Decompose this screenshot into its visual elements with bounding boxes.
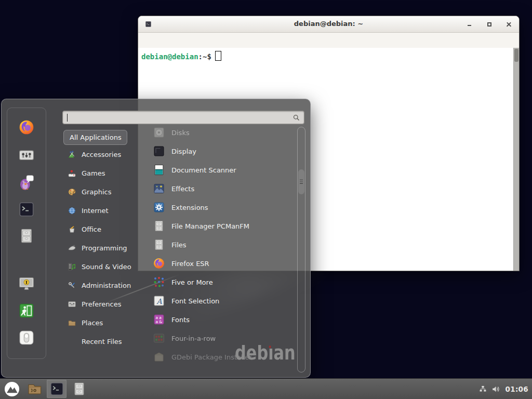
- category-item[interactable]: Preferences: [63, 295, 142, 313]
- category-item[interactable]: Programming: [63, 238, 142, 257]
- category-item[interactable]: Accessories: [63, 145, 142, 164]
- terminal-menubar: [138, 33, 519, 48]
- app-item[interactable]: Fonts: [148, 310, 296, 329]
- menu-button-icon: [4, 381, 20, 397]
- app-item[interactable]: Disks: [148, 123, 296, 142]
- app-item[interactable]: Display: [148, 142, 296, 161]
- terminal-window-icon: [49, 381, 64, 396]
- app-list-scrollbar-thumb[interactable]: [298, 169, 304, 194]
- terminal-scrollbar-thumb[interactable]: [514, 49, 518, 62]
- lock-screen-icon: [18, 275, 35, 292]
- search-box[interactable]: [62, 111, 304, 124]
- firefox-icon: [153, 257, 165, 270]
- pcmanfm-folder-icon: [27, 381, 42, 396]
- prefs-icon: [68, 300, 76, 309]
- text-caret: [67, 114, 68, 122]
- app-list-scrollbar[interactable]: [297, 127, 305, 373]
- soundvideo-icon: [68, 262, 76, 271]
- favorite-item[interactable]: [18, 146, 35, 164]
- app-item[interactable]: Extensions: [148, 198, 296, 217]
- app-item[interactable]: Five or More: [148, 273, 296, 291]
- accessories-icon: [68, 150, 76, 159]
- admin-icon: [68, 281, 76, 290]
- app-item[interactable]: Font Selection: [148, 291, 296, 310]
- shutdown-icon: [18, 329, 35, 346]
- search-input[interactable]: [66, 112, 285, 123]
- favorite-item[interactable]: [18, 275, 35, 292]
- close-button[interactable]: [505, 20, 513, 28]
- favorite-item[interactable]: [18, 227, 35, 245]
- debian-watermark: debıan: [235, 342, 296, 363]
- clock[interactable]: 01:06: [506, 385, 528, 393]
- system-tray: 01:06: [479, 379, 528, 399]
- gdebi-icon: [153, 351, 165, 363]
- taskbar-items: [0, 380, 89, 398]
- scanner-icon: [153, 164, 165, 176]
- favorite-item[interactable]: [18, 201, 35, 218]
- category-item[interactable]: Graphics: [63, 182, 142, 201]
- file-manager-icon: [18, 228, 35, 244]
- fourrow-icon: [153, 332, 165, 344]
- display-icon: [153, 145, 165, 157]
- favorite-item[interactable]: [18, 174, 35, 191]
- prompt-user-host: debian@debian: [141, 52, 198, 61]
- extensions-icon: [153, 201, 165, 214]
- category-item[interactable]: Office: [63, 220, 142, 238]
- app-item[interactable]: Document Scanner: [148, 161, 296, 179]
- category-item[interactable]: Administration: [63, 276, 142, 295]
- terminal-scrollbar[interactable]: [513, 48, 519, 271]
- terminal-titlebar[interactable]: debian@debian: ~: [138, 16, 519, 33]
- terminal-icon: [18, 201, 35, 218]
- taskbar-item[interactable]: [69, 380, 89, 398]
- internet-icon: [68, 206, 76, 215]
- application-menu: All Applications Accessories Games Graph…: [1, 99, 311, 378]
- favorite-item[interactable]: [18, 329, 35, 347]
- fivemore-icon: [153, 276, 165, 288]
- category-item[interactable]: Places: [63, 313, 142, 332]
- volume-icon[interactable]: [491, 384, 501, 394]
- favorites-panel: [7, 108, 46, 359]
- taskbar-item[interactable]: [47, 380, 66, 398]
- app-item[interactable]: Firefox ESR: [148, 254, 296, 273]
- desktop: debian@debian: ~ debian@debian:~$: [0, 0, 532, 399]
- shell-prompt: debian@debian:~$: [141, 51, 221, 61]
- pcmanfm-icon: [153, 220, 165, 232]
- taskbar-item[interactable]: [24, 380, 44, 398]
- category-item[interactable]: Games: [63, 164, 142, 182]
- office-icon: [68, 225, 76, 234]
- window-title: debian@debian: ~: [138, 20, 519, 28]
- fontsel-icon: [153, 295, 165, 307]
- taskbar: 01:06: [0, 378, 532, 399]
- places-icon: [68, 318, 76, 327]
- fonts-icon: [153, 313, 165, 326]
- favorite-item[interactable]: [18, 302, 35, 320]
- pidgin-icon: [18, 174, 35, 191]
- terminal-cursor: [215, 51, 221, 61]
- disks-icon: [153, 126, 165, 139]
- app-item[interactable]: Files: [148, 235, 296, 254]
- favorite-item[interactable]: [18, 118, 35, 136]
- graphics-icon: [68, 188, 76, 196]
- logout-icon: [18, 302, 35, 319]
- category-item[interactable]: Sound & Video: [63, 257, 142, 276]
- games-icon: [68, 169, 76, 178]
- category-item[interactable]: Internet: [63, 201, 142, 220]
- category-list: Accessories Games Graphics Internet Offi…: [63, 145, 142, 351]
- search-icon: [292, 114, 300, 122]
- application-list: Disks Display Document Scanner Effects E…: [148, 123, 296, 366]
- firefox-icon: [18, 119, 35, 136]
- maximize-button[interactable]: [485, 20, 493, 28]
- files-window-icon: [72, 381, 87, 396]
- watermark-red-dot: [269, 345, 271, 348]
- taskbar-item[interactable]: [2, 380, 22, 398]
- minimize-button[interactable]: [466, 20, 473, 28]
- effects-icon: [153, 182, 165, 195]
- network-icon[interactable]: [479, 385, 487, 393]
- app-item[interactable]: File Manager PCManFM: [148, 217, 296, 235]
- files-icon: [153, 238, 165, 251]
- prompt-path: :~$: [198, 52, 211, 61]
- all-applications-button[interactable]: All Applications: [63, 130, 127, 145]
- programming-icon: [68, 244, 76, 252]
- category-item[interactable]: Recent Files: [63, 332, 142, 351]
- app-item[interactable]: Effects: [148, 179, 296, 198]
